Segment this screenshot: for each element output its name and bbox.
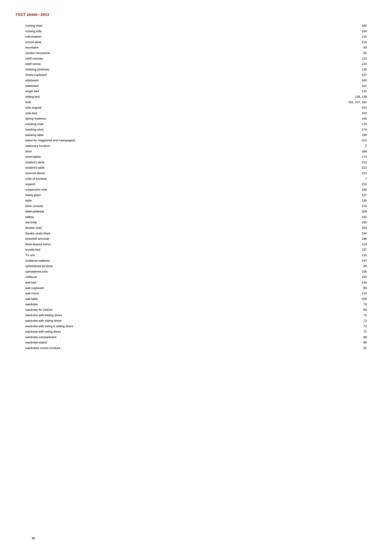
index-term: wall mirror [16,291,286,296]
index-term: stacking table [16,132,286,138]
index-page: 93 [286,45,376,50]
index-term: student's desk [16,160,286,165]
table-row: wall cupboard88 [16,285,376,291]
index-term: wall cupboard [16,285,286,291]
table-row: sofa angular152 [16,105,376,111]
index-term: stacking chair [16,121,286,127]
document-title: ГОСТ 20400—2013 [16,13,376,17]
index-page: 7 [286,176,376,182]
table-row: sofa-bed153 [16,111,376,116]
table-row: spring mattress146 [16,116,376,121]
index-page: 131 [286,89,376,94]
table-row: suite of furniture7 [16,176,376,182]
index-term: section mezzanine [16,50,286,56]
index-page: 192 [286,274,376,280]
index-term: sofa angular [16,105,286,111]
index-table: rocking chair185rocking sofa154rollconta… [16,23,376,351]
index-term: shelf corner [16,61,286,67]
index-page: 2 [286,143,376,149]
index-term: wardrobe-compartment [16,334,286,340]
table-row: wardrobe-compartment98 [16,334,376,340]
index-page: 208 [286,296,376,302]
page-number: 30 [32,537,35,540]
table-row: rollcontainer116 [16,34,376,40]
table-row: stand for magazines and newspapers215 [16,138,376,143]
index-term: shelf console [16,56,286,62]
index-page: 102 [286,214,376,220]
index-term: rocking chair [16,23,286,28]
table-row: wardrobe with swing doors71 [16,329,376,334]
index-term: suite of furniture [16,176,286,182]
table-row: wall table208 [16,296,376,302]
index-page: 79 [286,302,376,307]
index-term: wardrobe for clothes [16,307,286,313]
index-page: 115 [286,253,376,258]
page-wrapper: ГОСТ 20400—2013 rocking chair185rocking … [16,13,376,550]
table-row: stacking table198 [16,132,376,138]
index-term: shoes cupboard [16,72,286,78]
index-term: sideboard [16,83,286,89]
table-row: upholstered sofa156 [16,269,376,275]
index-term: sofa-bed [16,111,286,116]
table-row: table195 [16,198,376,203]
table-row: stumme diener223 [16,171,376,176]
table-row: wall mirror118 [16,291,376,296]
table-row: shelf console123 [16,56,376,62]
table-row: sideboard101 [16,83,376,89]
index-term: table console [16,203,286,209]
table-row: shelf corner124 [16,61,376,67]
index-term: suspension seat [16,187,286,193]
index-page: 118 [286,291,376,296]
index-page: 72 [286,324,376,329]
index-page: 169 [286,149,376,154]
index-page: 210 [286,203,376,209]
table-row: stationary furniture2 [16,143,376,149]
index-page: 212 [286,165,376,171]
index-term: school desk [16,40,286,45]
index-page: 198 [286,132,376,138]
index-page: 136 [286,280,376,285]
index-page: 100 [286,78,376,83]
table-row: sliding bed138, 139 [16,94,376,100]
table-row: single bed131 [16,89,376,94]
index-term: student's table [16,165,286,171]
table-row: suspension seat186 [16,187,376,193]
index-term: shelving (shelves) [16,67,286,72]
index-page: 193 [286,225,376,231]
index-page: 214 [286,181,376,187]
table-row: wall bed136 [16,280,376,285]
index-term: wardrobes rooms furniture [16,345,286,351]
table-row: wardrobe for clothes80 [16,307,376,313]
index-page: 137 [286,247,376,253]
table-row: wardrobe-island96 [16,340,376,345]
table-row: sideboard100 [16,78,376,83]
index-term: veilleuse [16,274,286,280]
index-term: single bed [16,89,286,94]
table-row: unilateral mattress147 [16,258,376,263]
table-row: support214 [16,181,376,187]
index-page: 128 [286,67,376,72]
index-term: table-pedestal [16,209,286,214]
table-row: trundle bed137 [16,247,376,253]
index-page: 71 [286,329,376,334]
index-page: 80 [286,307,376,313]
index-page: 153 [286,111,376,116]
index-page: 138, 139 [286,94,376,100]
table-row: table-pedestal209 [16,209,376,214]
index-page: 195 [286,198,376,203]
table-row: swing glass121 [16,192,376,198]
table-row: school desk218 [16,40,376,45]
index-page: 101 [286,83,376,89]
index-term: sideboard [16,78,286,83]
index-term: stool [16,149,286,154]
index-page: 215 [286,138,376,143]
index-page: 96 [286,340,376,345]
index-page: 119 [286,242,376,247]
table-row: theatre seats block194 [16,231,376,236]
index-page: 152 [286,105,376,111]
table-row: wardrobe with sliding doors73 [16,318,376,324]
index-page: 212 [286,160,376,165]
index-term: three-leaved mirror [16,242,286,247]
table-row: theater chair193 [16,225,376,231]
index-page: 194 [286,231,376,236]
